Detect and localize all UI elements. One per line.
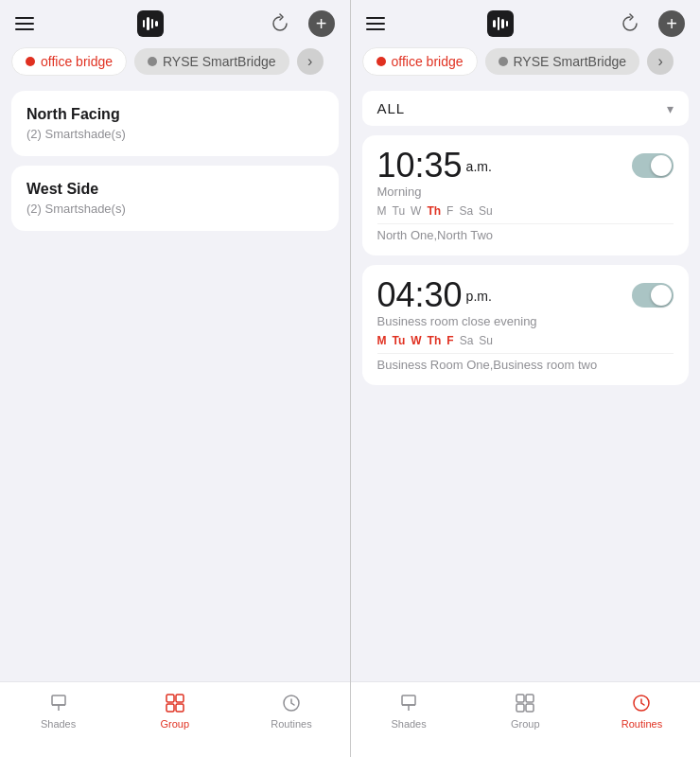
left-nav-shades-label: Shades xyxy=(41,718,76,730)
routine-toggle-0[interactable] xyxy=(632,153,674,178)
toggle-knob-1 xyxy=(651,285,672,306)
routine-period-0: a.m. xyxy=(466,159,492,174)
left-nav-group[interactable]: Group xyxy=(116,692,233,730)
routine-toggle-1[interactable] xyxy=(632,283,674,308)
routine-name-0: Morning xyxy=(377,185,422,199)
right-nav-group-label: Group xyxy=(511,718,540,730)
left-tab-dot-inactive xyxy=(148,57,157,66)
right-tab-more[interactable]: › xyxy=(647,48,674,75)
right-tab-dot-active xyxy=(376,57,386,66)
hamburger-menu[interactable] xyxy=(15,17,34,30)
day-Tu-0: Tu xyxy=(393,204,406,218)
right-tab-active-label: office bridge xyxy=(392,54,464,69)
shade-card-west-title: West Side xyxy=(26,181,324,198)
routine-card-0[interactable]: 10:35a.m. Morning M Tu W Th F Sa Su Nort… xyxy=(362,135,690,255)
top-bar-right: + xyxy=(267,10,335,37)
right-group-icon xyxy=(514,692,536,714)
day-W-1: W xyxy=(411,334,421,347)
right-tab-office-bridge[interactable]: office bridge xyxy=(362,47,478,76)
right-tab-inactive-label: RYSE SmartBridge xyxy=(514,54,627,69)
day-Su-1: Su xyxy=(479,334,493,347)
left-panel: + office bridge RYSE SmartBridge › North… xyxy=(0,0,350,757)
filter-label: ALL xyxy=(377,100,406,116)
left-tab-active-label: office bridge xyxy=(41,54,113,69)
right-nav-shades[interactable]: Shades xyxy=(351,692,467,730)
right-nav-group[interactable]: Group xyxy=(467,692,584,730)
group-icon xyxy=(164,692,186,714)
left-tab-ryse[interactable]: RYSE SmartBridge xyxy=(134,48,289,75)
left-top-bar: + xyxy=(0,0,350,47)
left-nav-routines[interactable]: Routines xyxy=(233,692,349,730)
right-top-bar-right: + xyxy=(617,10,685,37)
svg-rect-0 xyxy=(52,695,65,705)
routines-icon-left xyxy=(280,692,303,714)
right-hamburger-menu[interactable] xyxy=(366,17,385,30)
right-tab-row: office bridge RYSE SmartBridge › xyxy=(351,47,701,83)
day-Su-0: Su xyxy=(479,204,493,218)
right-add-button[interactable]: + xyxy=(658,10,685,37)
routine-days-row-1: M Tu W Th F Sa Su xyxy=(377,334,674,347)
shade-card-north-title: North Facing xyxy=(26,106,324,123)
svg-rect-11 xyxy=(516,695,524,702)
refresh-button[interactable] xyxy=(267,10,293,37)
svg-rect-6 xyxy=(176,704,184,712)
routine-time-1: 04:30 xyxy=(377,275,463,314)
shades-icon xyxy=(47,692,70,714)
left-nav-shades[interactable]: Shades xyxy=(0,692,116,730)
day-F-1: F xyxy=(446,334,453,347)
shade-card-north[interactable]: North Facing (2) Smartshade(s) xyxy=(11,91,339,156)
svg-rect-5 xyxy=(166,704,174,712)
left-tab-inactive-label: RYSE SmartBridge xyxy=(163,54,276,69)
left-bottom-nav: Shades Group Routines xyxy=(0,681,350,757)
right-tab-dot-inactive xyxy=(499,57,508,66)
routines-icon-right xyxy=(630,692,653,714)
right-bottom-nav: Shades Group Routines xyxy=(351,681,701,757)
filter-dropdown[interactable]: ALL ▾ xyxy=(362,91,690,126)
left-tab-more[interactable]: › xyxy=(297,48,324,75)
routine-period-1: p.m. xyxy=(466,289,492,304)
routine-label-row-0: Morning xyxy=(377,185,674,199)
left-nav-routines-label: Routines xyxy=(271,718,311,730)
routine-time-display-1: 04:30p.m. xyxy=(377,278,492,312)
toggle-knob-0 xyxy=(651,155,672,176)
routine-time-display-0: 10:35a.m. xyxy=(377,149,492,183)
shade-card-north-sub: (2) Smartshade(s) xyxy=(26,127,324,141)
right-tab-ryse[interactable]: RYSE SmartBridge xyxy=(485,48,640,75)
svg-rect-13 xyxy=(516,704,524,712)
day-M-0: M xyxy=(377,204,387,218)
waveform-icon[interactable] xyxy=(137,10,164,37)
right-refresh-button[interactable] xyxy=(617,10,643,37)
right-shades-icon xyxy=(397,692,420,714)
routine-label-row-1: Business room close evening xyxy=(377,314,674,328)
svg-rect-3 xyxy=(166,695,174,702)
shade-card-west-sub: (2) Smartshade(s) xyxy=(26,202,324,216)
left-content: North Facing (2) Smartshade(s) West Side… xyxy=(0,83,350,681)
day-W-0: W xyxy=(411,204,421,218)
routine-name-1: Business room close evening xyxy=(377,314,537,328)
svg-rect-12 xyxy=(526,695,534,702)
add-button[interactable]: + xyxy=(308,10,335,37)
right-waveform-icon[interactable] xyxy=(487,10,514,37)
shade-card-west[interactable]: West Side (2) Smartshade(s) xyxy=(11,166,339,231)
routine-time-0: 10:35 xyxy=(377,146,463,185)
svg-rect-14 xyxy=(526,704,534,712)
svg-rect-8 xyxy=(402,695,415,705)
right-nav-shades-label: Shades xyxy=(391,718,426,730)
chevron-down-icon: ▾ xyxy=(667,101,674,116)
day-Sa-0: Sa xyxy=(459,204,473,218)
day-Th-0: Th xyxy=(427,204,441,218)
left-tab-office-bridge[interactable]: office bridge xyxy=(11,47,127,76)
left-tab-row: office bridge RYSE SmartBridge › xyxy=(0,47,350,83)
right-nav-routines[interactable]: Routines xyxy=(584,692,700,730)
day-Th-1: Th xyxy=(428,334,442,347)
left-tab-dot-active xyxy=(26,57,35,66)
routine-rooms-1: Business Room One,Business room two xyxy=(377,353,674,372)
day-F-0: F xyxy=(446,204,453,218)
routine-time-row-0: 10:35a.m. xyxy=(377,149,674,183)
day-Tu-1: Tu xyxy=(393,334,406,347)
routine-days-row-0: M Tu W Th F Sa Su xyxy=(377,204,674,218)
routine-card-1[interactable]: 04:30p.m. Business room close evening M … xyxy=(362,265,690,385)
routine-rooms-0: North One,North Two xyxy=(377,223,674,242)
routine-time-row-1: 04:30p.m. xyxy=(377,278,674,312)
right-top-bar: + xyxy=(351,0,701,47)
